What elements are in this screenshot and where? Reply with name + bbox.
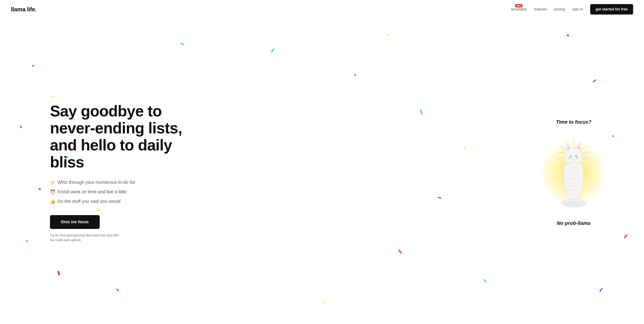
- confetti-piece: [26, 239, 28, 242]
- nav-link-pricing[interactable]: pricing: [554, 7, 565, 11]
- hero-right: Time to focus?: [530, 119, 617, 226]
- svg-point-22: [564, 201, 583, 207]
- get-started-button[interactable]: get started for free: [590, 4, 633, 14]
- llama-bottom-text: No prob-llama: [557, 220, 590, 226]
- logo[interactable]: llama life.: [11, 6, 36, 13]
- try-free-line2: No credit card upfront.: [50, 238, 82, 242]
- confetti-piece: [38, 188, 41, 191]
- confetti-piece: [420, 109, 423, 115]
- feature-emoji-2: ⏰: [50, 189, 56, 195]
- llama-top-text: Time to focus?: [556, 119, 591, 125]
- confetti-piece: [464, 147, 466, 150]
- confetti-piece: [116, 288, 120, 292]
- nav-link-templates[interactable]: templates: [511, 7, 526, 11]
- hero-title: Say goodbye to never-ending lists, and h…: [50, 103, 191, 170]
- feature-text-3: Do the stuff you said you would: [58, 199, 120, 204]
- give-focus-button[interactable]: Give me focus: [50, 215, 100, 229]
- svg-line-2: [582, 145, 587, 150]
- feature-emoji-3: 👍: [50, 199, 56, 204]
- feature-emoji-1: ⚡: [50, 180, 56, 185]
- svg-line-3: [583, 152, 589, 153]
- feature-item-2: ⏰ Finish work on time and live a little: [50, 189, 191, 195]
- feature-item-1: ⚡ Whiz through your monstrous to-do list: [50, 180, 191, 185]
- new-badge: New: [515, 4, 522, 7]
- confetti-piece: [58, 271, 60, 276]
- confetti-piece: [398, 249, 402, 254]
- svg-point-14: [568, 157, 571, 159]
- feature-item-3: 👍 Do the stuff you said you would: [50, 199, 191, 204]
- svg-line-8: [584, 158, 590, 159]
- confetti-piece: [354, 74, 356, 76]
- svg-point-16: [572, 159, 576, 161]
- confetti-piece: [32, 65, 34, 67]
- confetti-piece: [180, 42, 184, 46]
- try-free-line1: Try for free and welcome bliss back into…: [50, 234, 119, 237]
- confetti-piece: [438, 197, 442, 199]
- feature-text-2: Finish work on time and live a little: [58, 189, 127, 194]
- nav-link-signin[interactable]: sign in: [572, 7, 583, 11]
- hero-section: Say goodbye to never-ending lists, and h…: [0, 19, 644, 324]
- svg-point-15: [576, 157, 579, 159]
- try-free-subtext: Try for free and welcome bliss back into…: [50, 233, 191, 243]
- confetti-piece: [271, 48, 274, 52]
- confetti-piece: [600, 288, 603, 292]
- svg-line-7: [557, 158, 564, 159]
- nav-links: New templates features pricing sign in g…: [511, 4, 633, 14]
- nav-templates-wrapper: New templates: [511, 7, 526, 11]
- confetti-piece: [386, 33, 389, 36]
- svg-line-5: [560, 145, 566, 150]
- hero-features-list: ⚡ Whiz through your monstrous to-do list…: [50, 180, 191, 204]
- svg-point-17: [567, 186, 574, 190]
- confetti-piece: [52, 95, 56, 97]
- feature-text-1: Whiz through your monstrous to-do list: [58, 180, 135, 185]
- llama-illustration: [537, 130, 610, 216]
- confetti-piece: [20, 125, 22, 129]
- navbar: llama life. New templates features prici…: [0, 0, 644, 19]
- nav-link-features[interactable]: features: [534, 7, 547, 11]
- llama-svg: [551, 136, 596, 209]
- hero-left: Say goodbye to never-ending lists, and h…: [50, 103, 191, 242]
- confetti-piece: [566, 34, 570, 37]
- confetti-piece: [593, 79, 596, 83]
- confetti-piece: [623, 234, 628, 239]
- confetti-piece: [322, 301, 325, 304]
- confetti-piece: [484, 279, 487, 283]
- svg-point-18: [574, 186, 580, 190]
- svg-line-6: [558, 152, 564, 153]
